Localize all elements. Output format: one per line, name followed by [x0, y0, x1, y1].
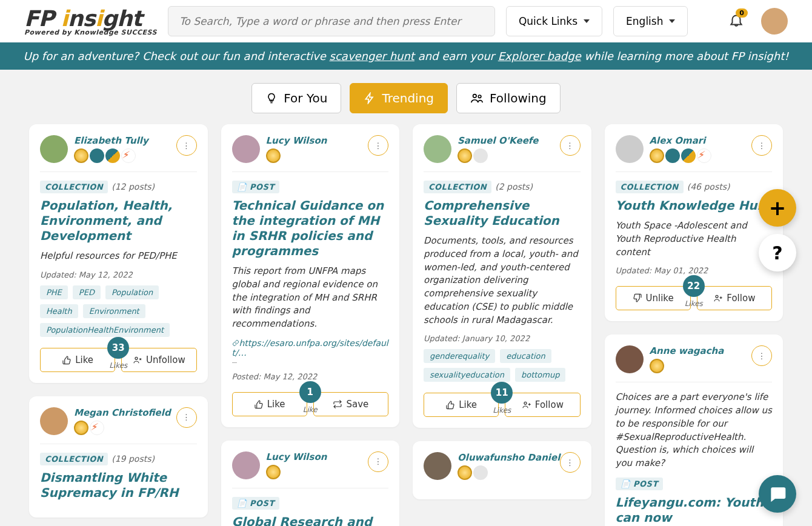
updated-date: Updated: January 10, 2022 [424, 334, 581, 343]
post-count: (2 posts) [495, 182, 533, 191]
like-count: 22 [683, 275, 705, 297]
add-post-fab[interactable]: + [759, 189, 796, 227]
quick-links-dropdown[interactable]: Quick Links [506, 6, 602, 36]
card-title[interactable]: Technical Guidance on the integration of… [232, 198, 389, 259]
author-avatar[interactable] [424, 452, 451, 480]
card-title[interactable]: Dismantling White Supremacy in FP/RH [40, 470, 197, 501]
svg-point-3 [524, 402, 527, 405]
svg-point-1 [478, 95, 481, 98]
card-menu-button[interactable]: ⋮ [176, 135, 197, 156]
card-menu-button[interactable]: ⋮ [751, 345, 772, 366]
type-badge: COLLECTION [40, 181, 108, 193]
follow-button[interactable]: Follow [505, 393, 580, 417]
type-badge: 📄 POST [232, 181, 279, 193]
follow-button[interactable]: Follow [697, 286, 772, 310]
repost-icon [333, 399, 342, 409]
card-description: Helpful resources for PED/PHE [40, 250, 197, 263]
type-badge: COLLECTION [40, 453, 108, 465]
help-fab[interactable]: ? [759, 234, 796, 271]
type-badge: COLLECTION [424, 181, 491, 193]
card-menu-button[interactable]: ⋮ [560, 135, 581, 156]
author-name[interactable]: Lucy Wilson [266, 135, 327, 146]
people-icon [133, 355, 142, 365]
chat-fab[interactable] [759, 475, 796, 513]
author-name[interactable]: Samuel O'Keefe [458, 135, 539, 146]
language-dropdown[interactable]: English [613, 6, 688, 36]
search-wrap [168, 6, 495, 36]
like-button[interactable]: Like [40, 348, 115, 372]
bolt-icon [364, 92, 376, 104]
feed-card: Elizabeth Tully ⚡ ⋮ COLLECTION(12 posts)… [29, 124, 208, 383]
like-label: Likes [493, 406, 511, 414]
author-avatar[interactable] [616, 345, 644, 373]
card-description: Documents, tools, and resources produced… [424, 235, 581, 327]
card-title[interactable]: Youth Knowledge Hub [616, 198, 773, 213]
author-badges: ⚡ [74, 148, 148, 163]
author-badges [458, 465, 560, 480]
card-menu-button[interactable]: ⋮ [751, 135, 772, 156]
like-button[interactable]: Like [232, 392, 307, 416]
unfollow-button[interactable]: Unfollow [121, 348, 196, 372]
post-count: (46 posts) [687, 182, 730, 191]
author-avatar[interactable] [424, 135, 451, 163]
people-icon [713, 293, 723, 303]
author-avatar[interactable] [232, 451, 260, 479]
like-count: 1 [299, 381, 321, 403]
tab-for-you[interactable]: For You [251, 83, 341, 113]
author-avatar[interactable] [40, 407, 68, 435]
card-menu-button[interactable]: ⋮ [368, 451, 388, 472]
lightbulb-icon [265, 92, 278, 104]
card-title[interactable]: Comprehensive Sexuality Education [424, 198, 581, 228]
post-count: (19 posts) [111, 454, 155, 464]
thumbs-up-icon [254, 399, 264, 409]
like-label: Like [303, 405, 318, 414]
type-badge: 📄 POST [616, 478, 663, 490]
scavenger-hunt-link[interactable]: scavenger hunt [330, 50, 414, 62]
people-icon [470, 92, 484, 105]
explorer-badge-link[interactable]: Explorer badge [498, 50, 581, 62]
author-name[interactable]: Oluwafunsho Daniel [458, 452, 560, 463]
author-badges: ⚡ [650, 148, 711, 163]
author-name[interactable]: Elizabeth Tully [74, 135, 148, 146]
type-badge: COLLECTION [616, 181, 684, 193]
thumbs-up-icon [62, 355, 72, 365]
unlike-button[interactable]: Unlike [616, 286, 691, 310]
card-description: Youth Space -Adolescent and Youth Reprod… [616, 219, 773, 259]
chevron-down-icon [584, 19, 590, 23]
author-avatar[interactable] [616, 135, 644, 163]
author-name[interactable]: Alex Omari [650, 135, 711, 146]
post-count: (12 posts) [111, 182, 155, 191]
chat-icon [768, 484, 787, 504]
save-button[interactable]: Save [313, 392, 388, 416]
notifications-button[interactable]: 0 [728, 12, 744, 30]
author-avatar[interactable] [232, 135, 260, 163]
feed-card: Oluwafunsho Daniel ⋮ [413, 441, 591, 499]
author-name[interactable]: Megan Christofield [74, 407, 171, 418]
thumbs-up-icon [445, 400, 455, 410]
author-name[interactable]: Lucy Wilson [266, 451, 327, 462]
card-menu-button[interactable]: ⋮ [368, 135, 388, 156]
tab-following[interactable]: Following [456, 83, 561, 113]
like-button[interactable]: Like [424, 393, 499, 417]
source-link[interactable]: https://esaro.unfpa.org/sites/default/… [232, 338, 389, 358]
logo-subtitle: Powered by Knowledge SUCCESS [24, 28, 157, 36]
logo[interactable]: FP insight Powered by Knowledge SUCCESS [24, 6, 157, 36]
card-title[interactable]: Lifeyangu.com: Youth can now [616, 495, 773, 525]
tab-trending[interactable]: Trending [350, 83, 448, 113]
user-avatar[interactable] [761, 8, 788, 35]
card-menu-button[interactable]: ⋮ [560, 452, 581, 473]
card-title[interactable]: Global Research and Learning [232, 514, 389, 526]
feed-card: Anne wagacha ⋮ Choices are a part everyo… [605, 335, 784, 526]
svg-point-4 [716, 296, 718, 298]
card-menu-button[interactable]: ⋮ [176, 407, 197, 428]
search-input[interactable] [168, 6, 495, 36]
card-title[interactable]: Population, Health, Environment, and Dev… [40, 198, 197, 244]
like-count: 33 [107, 337, 129, 359]
like-label: Likes [685, 299, 703, 308]
author-avatar[interactable] [40, 135, 68, 163]
chevron-down-icon [669, 19, 675, 23]
author-badges [266, 465, 327, 479]
card-description: This report from UNFPA maps global and r… [232, 265, 389, 331]
author-name[interactable]: Anne wagacha [650, 345, 724, 356]
feed-card: Alex Omari ⚡ ⋮ COLLECTION(46 posts) Yout… [605, 124, 784, 321]
